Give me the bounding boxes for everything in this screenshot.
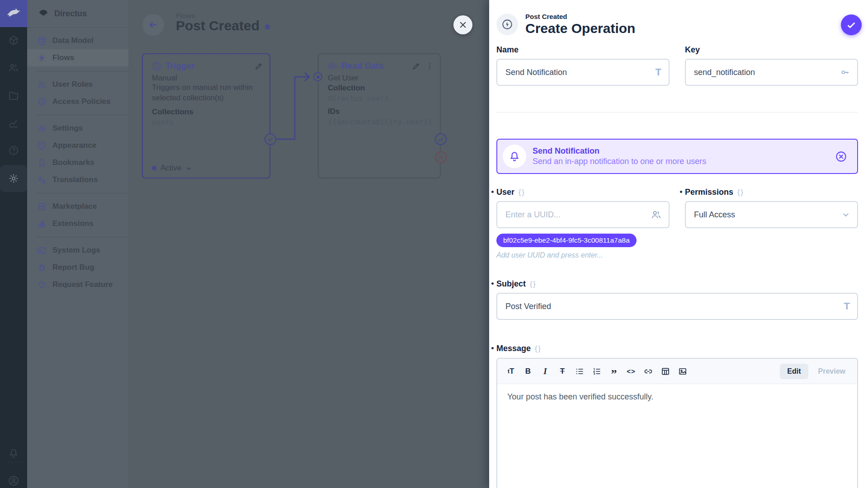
trigger-collections-value: posts [152,118,260,127]
sidebar-item-user-roles[interactable]: User Roles [27,76,128,93]
activity-chart-icon [8,118,19,129]
link-button[interactable] [640,363,656,380]
bolt-icon [37,53,47,63]
markdown-editor: tT B I T ” <> [496,358,858,488]
save-button[interactable] [841,14,862,35]
bullet-list-icon [575,367,584,376]
module-docs-icon[interactable] [0,137,27,164]
user-field-label: User {} [496,188,670,197]
read-input-port[interactable] [313,72,322,81]
bold-button[interactable]: B [520,363,536,380]
close-drawer-button[interactable] [453,15,472,34]
user-avatar[interactable] [0,467,27,488]
trigger-card[interactable]: Trigger Manual Triggers on manual run wi… [142,53,270,178]
key-field-label: Key [685,45,858,55]
subject-input[interactable] [497,294,857,319]
sidebar-item-report-bug[interactable]: Report Bug [27,259,128,276]
message-textarea[interactable]: Your post has been verified successfully… [497,384,857,488]
sidebar-item-appearance[interactable]: Appearance [27,137,128,154]
close-icon [458,20,467,29]
read-ids-label: IDs [328,107,431,116]
name-field-label: Name [496,45,670,55]
numbered-list-button[interactable] [589,363,605,380]
code-button[interactable]: <> [623,363,639,380]
text-type-icon: T [844,300,850,312]
user-field-hint: Add user UUID and press enter... [496,251,670,259]
navigation-sidebar: Directus Data Model Flows [27,0,128,488]
raw-value-toggle[interactable]: {} [737,188,744,197]
sliders-icon [37,124,47,133]
bell-icon [8,448,19,459]
name-input[interactable] [497,60,669,85]
read-reject-port[interactable] [435,151,447,163]
trigger-collections-label: Collections [152,108,260,117]
sidebar-item-extensions[interactable]: Extensions [27,215,128,232]
read-ids-value: {{$accountability.user}} [328,117,431,126]
bug-icon [37,263,47,272]
sidebar-item-bookmarks[interactable]: Bookmarks [27,154,128,171]
operation-header-icon [496,14,518,35]
project-header[interactable]: Directus [27,0,128,28]
heading-size-button[interactable]: tT [503,363,519,380]
drawer-header: Post Created Create Operation [496,13,635,36]
user-uuid-input[interactable] [497,202,669,227]
sidebar-item-settings[interactable]: Settings [27,120,128,137]
sidebar-item-data-model[interactable]: Data Model [27,32,128,49]
sidebar-item-system-logs[interactable]: System Logs [27,242,128,259]
back-button[interactable] [142,14,164,36]
drawer-breadcrumb[interactable]: Post Created [525,13,635,20]
table-button[interactable] [657,363,674,380]
permissions-select[interactable]: Full Access [685,201,858,228]
directus-logo[interactable] [0,0,27,27]
module-insights-icon[interactable] [0,110,27,137]
sidebar-item-request-feature[interactable]: Request Feature [27,276,128,293]
blockquote-button[interactable]: ” [606,363,622,380]
preview-tab[interactable]: Preview [812,364,852,379]
strikethrough-button[interactable]: T [554,363,571,380]
permissions-value: Full Access [686,210,735,220]
read-data-card[interactable]: Read Data Get User Collection directus_u… [318,53,441,178]
key-input[interactable] [686,60,857,85]
terminal-icon [37,246,47,255]
trigger-resolve-port[interactable] [264,133,276,145]
deselect-operation-button[interactable] [835,150,847,163]
user-uuid-chip[interactable]: bf02c5e9-ebe2-4bf4-9fc5-3c00811a7a8a [496,234,637,247]
sidebar-item-flows[interactable]: Flows [27,49,128,66]
eye-icon [328,61,337,71]
flow-status-toggle[interactable]: Active [152,164,192,173]
dimmed-background: Flows Post Created Trigger Manual Trigge… [0,0,489,488]
operation-type-banner: Send Notification Send an in-app notific… [496,139,858,174]
notifications-bell-icon[interactable] [0,440,27,467]
sidebar-item-translations[interactable]: Translations [27,171,128,188]
bullet-list-button[interactable] [571,363,588,380]
edit-pencil-icon[interactable] [412,62,420,70]
check-icon [267,136,274,142]
module-users-icon[interactable] [0,54,27,81]
x-icon [438,155,444,160]
sidebar-item-marketplace[interactable]: Marketplace [27,198,128,215]
image-button[interactable] [675,363,691,380]
raw-value-toggle[interactable]: {} [530,280,537,288]
help-circle-icon [8,145,19,156]
raw-value-toggle[interactable]: {} [535,345,542,353]
kebab-menu-icon[interactable] [426,62,434,70]
sidebar-item-access-policies[interactable]: Access Policies [27,93,128,110]
check-icon [438,136,444,142]
translate-icon [37,175,47,185]
module-settings-icon[interactable] [0,165,27,192]
table-icon [661,367,670,376]
edit-tab[interactable]: Edit [780,364,808,379]
unsaved-dot [265,24,270,29]
link-icon [644,367,653,376]
italic-button[interactable]: I [537,363,553,380]
module-bar-divider [5,462,23,462]
module-content-icon[interactable] [0,27,27,54]
read-resolve-port[interactable] [435,133,447,145]
project-logo-icon [38,8,49,19]
text-type-icon: T [656,66,661,78]
edit-pencil-icon[interactable] [255,62,263,70]
cube-icon [8,35,19,46]
image-icon [678,367,687,376]
raw-value-toggle[interactable]: {} [519,188,525,197]
module-files-icon[interactable] [0,82,27,109]
